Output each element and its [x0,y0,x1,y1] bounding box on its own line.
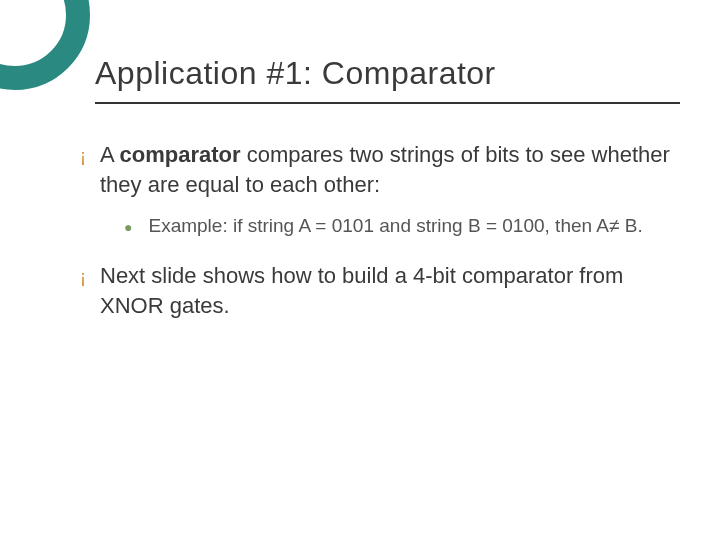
subbullet-1: ● Example: if string A = 0101 and string… [124,213,680,239]
hollow-circle-icon: ¡ [80,144,86,199]
bullet-1-text: A comparator compares two strings of bit… [100,140,680,199]
slide-title: Application #1: Comparator [95,55,680,92]
decorative-circle [0,0,90,90]
bullet-1-bold: comparator [120,142,241,167]
bullet-2: ¡ Next slide shows how to build a 4-bit … [80,261,680,320]
subbullet-1-text: Example: if string A = 0101 and string B… [148,213,680,239]
solid-dot-icon: ● [124,218,132,239]
bullet-1-pre: A [100,142,120,167]
hollow-circle-icon: ¡ [80,265,86,320]
bullet-2-text: Next slide shows how to build a 4-bit co… [100,261,680,320]
slide: Application #1: Comparator ¡ A comparato… [0,0,720,540]
title-area: Application #1: Comparator [95,55,680,104]
bullet-1: ¡ A comparator compares two strings of b… [80,140,680,199]
title-underline [95,102,680,104]
content-area: ¡ A comparator compares two strings of b… [80,140,680,334]
